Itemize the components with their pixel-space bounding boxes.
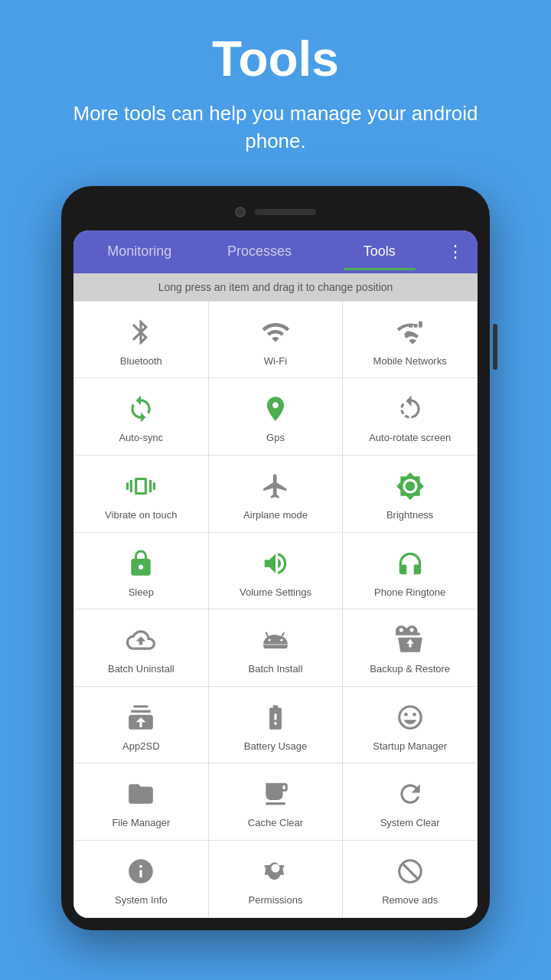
file-manager-label: File Manager <box>112 817 170 829</box>
batch-install-label: Batch Install <box>249 663 303 675</box>
tool-remove-ads[interactable]: Remove ads <box>343 841 478 918</box>
tool-cache[interactable]: Cache Clear <box>209 763 344 841</box>
vibrate-label: Vibrate on touch <box>105 509 177 521</box>
tool-vibrate[interactable]: Vibrate on touch <box>74 456 209 533</box>
mobile-networks-icon <box>393 315 427 349</box>
wifi-icon <box>259 315 292 349</box>
tool-airplane[interactable]: Airplane mode <box>209 456 344 533</box>
batch-install-icon <box>259 623 292 657</box>
page-header: Tools More tools can help you manage you… <box>0 0 551 171</box>
tool-permissions[interactable]: Permissions <box>209 841 344 918</box>
tool-app2sd[interactable]: App2SD <box>74 687 209 764</box>
tool-auto-rotate[interactable]: Auto-rotate screen <box>343 378 478 456</box>
tool-ringtone[interactable]: Phone Ringtone <box>343 533 478 610</box>
ringtone-label: Phone Ringtone <box>374 586 445 599</box>
tab-bar: Monitoring Processes Tools ⋮ <box>73 230 478 273</box>
backup-icon <box>393 623 427 657</box>
gps-icon <box>259 392 292 426</box>
auto-rotate-icon <box>393 392 427 426</box>
svg-rect-0 <box>413 324 417 328</box>
cache-clear-label: Cache Clear <box>248 817 303 829</box>
tool-volume[interactable]: Volume Settings <box>209 533 344 610</box>
tool-sleep[interactable]: Sleep <box>74 533 209 610</box>
system-info-label: System Info <box>115 894 168 906</box>
brightness-icon <box>393 469 427 503</box>
tab-more-button[interactable]: ⋮ <box>439 231 471 273</box>
app2sd-label: App2SD <box>122 740 159 753</box>
phone-camera <box>235 207 246 217</box>
tool-battery[interactable]: Battery Usage <box>209 687 344 764</box>
hint-bar: Long press an item and drag it to change… <box>73 273 478 301</box>
phone-notch <box>73 198 478 226</box>
sleep-label: Sleep <box>129 586 154 599</box>
sleep-icon <box>124 547 158 580</box>
tab-processes[interactable]: Processes <box>200 233 320 270</box>
mobile-networks-label: Mobile Networks <box>373 355 447 368</box>
system-info-icon <box>124 854 158 888</box>
volume-icon <box>259 547 292 580</box>
tool-brightness[interactable]: Brightness <box>343 456 478 533</box>
auto-rotate-label: Auto-rotate screen <box>369 432 451 444</box>
tab-tools[interactable]: Tools <box>319 233 439 270</box>
auto-sync-icon <box>124 392 158 426</box>
permissions-icon <box>259 854 292 888</box>
cache-clear-icon <box>259 777 292 811</box>
vibrate-icon <box>124 469 158 503</box>
volume-label: Volume Settings <box>240 586 311 599</box>
system-clear-label: System Clear <box>380 817 440 829</box>
auto-sync-label: Auto-sync <box>119 432 163 444</box>
bluetooth-icon <box>124 315 158 349</box>
permissions-label: Permissions <box>249 894 303 906</box>
batch-uninstall-icon <box>124 623 158 657</box>
phone-screen: Monitoring Processes Tools ⋮ Long press … <box>73 230 478 918</box>
file-manager-icon <box>124 777 158 811</box>
tool-startup[interactable]: Startup Manager <box>343 687 478 764</box>
system-clear-icon <box>393 777 427 811</box>
bluetooth-label: Bluetooth <box>120 355 162 368</box>
battery-icon <box>259 701 292 734</box>
page-title: Tools <box>15 31 536 87</box>
tool-system-info[interactable]: System Info <box>74 841 209 918</box>
tool-gps[interactable]: Gps <box>209 378 344 456</box>
backup-label: Backup & Restore <box>370 663 450 675</box>
tool-backup[interactable]: Backup & Restore <box>343 609 478 687</box>
tool-mobile-networks[interactable]: Mobile Networks <box>343 302 478 379</box>
brightness-label: Brightness <box>386 509 433 521</box>
tool-system-clear[interactable]: System Clear <box>343 763 478 841</box>
phone-side-button <box>493 324 497 370</box>
phone-mockup: Monitoring Processes Tools ⋮ Long press … <box>61 186 490 930</box>
airplane-icon <box>259 469 292 503</box>
batch-uninstall-label: Batch Uninstall <box>108 663 174 675</box>
tool-batch-uninstall[interactable]: Batch Uninstall <box>74 609 209 687</box>
battery-label: Battery Usage <box>244 740 307 753</box>
svg-rect-2 <box>409 326 412 328</box>
remove-ads-label: Remove ads <box>382 894 438 906</box>
tool-batch-install[interactable]: Batch Install <box>209 609 344 687</box>
startup-icon <box>393 701 427 734</box>
phone-speaker <box>255 209 316 215</box>
page-subtitle: More tools can help you manage your andr… <box>15 100 536 155</box>
tool-file[interactable]: File Manager <box>74 763 209 841</box>
gps-label: Gps <box>266 432 285 444</box>
tool-bluetooth[interactable]: Bluetooth <box>74 302 209 379</box>
tool-auto-sync[interactable]: Auto-sync <box>74 378 209 456</box>
tab-monitoring[interactable]: Monitoring <box>80 233 200 270</box>
tool-wifi[interactable]: Wi-Fi <box>209 302 344 379</box>
svg-rect-1 <box>419 322 422 328</box>
wifi-label: Wi-Fi <box>264 355 287 368</box>
startup-label: Startup Manager <box>373 740 447 753</box>
tools-grid: Bluetooth Wi-Fi Mobile Networks <box>73 301 478 918</box>
remove-ads-icon <box>393 854 427 888</box>
airplane-label: Airplane mode <box>243 509 308 521</box>
ringtone-icon <box>393 547 427 580</box>
app2sd-icon <box>124 701 158 734</box>
